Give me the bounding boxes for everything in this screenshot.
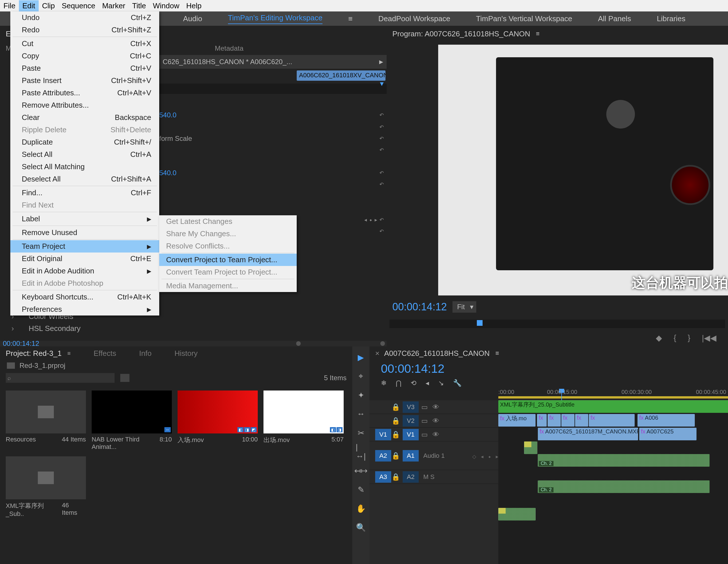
sync-lock-icon[interactable]: ▭ (419, 417, 430, 425)
menu-title[interactable]: Title (129, 0, 149, 11)
toggle-output-icon[interactable]: 👁 (430, 403, 442, 411)
timeline-clip[interactable] (498, 508, 536, 520)
menu-item[interactable]: Label▶ (10, 213, 159, 225)
timeline-tool[interactable]: 🔍 (356, 522, 366, 532)
program-scrubber[interactable] (389, 319, 725, 328)
project-tab[interactable]: Effects (94, 349, 116, 358)
menu-item[interactable]: Team Project▶ (10, 240, 159, 253)
submenu-item[interactable]: Share My Changes... (159, 228, 297, 240)
workspace-tab[interactable]: All Panels (598, 14, 631, 23)
undo-icon[interactable]: ↶ (379, 217, 384, 223)
project-item[interactable]: XML字幕序列_Sub..46 Items (6, 456, 86, 518)
timeline-tool[interactable]: ✦ (356, 390, 366, 400)
timeline-tool[interactable]: ⌖ (356, 371, 366, 381)
sync-lock-icon[interactable]: ▭ (419, 431, 430, 439)
lock-icon[interactable]: 🔒 (391, 452, 400, 460)
submenu-item[interactable]: Convert Project to Team Project... (159, 254, 297, 266)
menu-item[interactable]: DuplicateCtrl+Shift+/ (10, 136, 159, 148)
timeline-clip[interactable]: fx (589, 414, 635, 426)
effect-clip-header[interactable]: C626_161018HS_CANON * A006C620_...▶ (159, 55, 387, 69)
menu-clip[interactable]: Clip (39, 0, 58, 11)
timeline-clip[interactable]: Ch. 2 (538, 480, 710, 493)
lock-icon[interactable]: 🔒 (391, 473, 400, 481)
marker-button[interactable]: |◀◀ (702, 333, 717, 343)
menu-help[interactable]: Help (183, 0, 205, 11)
timeline-tool[interactable]: ↔ (356, 409, 366, 419)
submenu-item[interactable]: Get Latest Changes (159, 215, 297, 228)
sync-lock-icon[interactable]: ▭ (419, 403, 430, 411)
project-tab[interactable]: Info (139, 349, 151, 358)
timeline-tool-icon[interactable]: ◂ (426, 379, 429, 387)
menu-marker[interactable]: Marker (99, 0, 129, 11)
menu-item[interactable]: Preferences▶ (10, 303, 159, 315)
timeline-tool[interactable]: ▶ (356, 352, 366, 362)
submenu-item[interactable]: Media Management... (159, 280, 297, 292)
prop-value-1[interactable]: 540.0 (159, 111, 176, 119)
timeline-tool[interactable]: ✋ (356, 503, 366, 514)
toggle-output-icon[interactable]: 👁 (430, 431, 442, 439)
zoom-fit-dropdown[interactable]: Fit (452, 301, 476, 312)
timeline-clip[interactable]: fx (561, 414, 574, 426)
menu-item[interactable]: CutCtrl+X (10, 38, 159, 50)
submenu-item[interactable]: Resolve Conflicts... (159, 240, 297, 252)
project-item[interactable]: Resources44 Items (6, 390, 86, 451)
undo-icon[interactable]: ↶ (379, 170, 384, 176)
timeline-tool-icon[interactable]: ⋂ (396, 379, 402, 387)
timeline-clip[interactable] (524, 441, 537, 454)
panel-menu-icon[interactable]: ≡ (67, 350, 71, 357)
effect-clip-bar[interactable]: A006C620_161018XV_CANON. (297, 70, 385, 81)
submenu-item[interactable]: Convert Team Project to Project... (159, 266, 297, 278)
menu-item[interactable]: ClearBackspace (10, 111, 159, 124)
team-project-submenu[interactable]: Get Latest ChangesShare My Changes...Res… (159, 215, 297, 292)
close-icon[interactable]: × (375, 349, 379, 358)
work-area-bar[interactable] (498, 396, 728, 398)
timeline-clip[interactable]: fx (548, 414, 561, 426)
timeline-timecode[interactable]: 00:00:14:12 (381, 362, 444, 376)
undo-icon[interactable]: ↶ (379, 124, 384, 130)
menu-sequence[interactable]: Sequence (58, 0, 99, 11)
track-header[interactable]: 🔒V3▭👁 (369, 400, 498, 414)
timeline-tool[interactable]: |↔| (356, 447, 366, 457)
menu-item[interactable]: Edit in Adobe Photoshop (10, 277, 159, 289)
track-header[interactable]: A3🔒A2M S (369, 470, 498, 484)
menu-edit[interactable]: Edit (19, 0, 39, 11)
timeline-tool[interactable]: ✎ (356, 484, 366, 495)
timeline-tool-icon[interactable]: 🔧 (453, 379, 462, 387)
program-monitor-tab[interactable]: Program: A007C626_161018HS_CANON≡ (387, 26, 728, 42)
undo-icon[interactable]: ↶ (379, 147, 384, 153)
menu-file[interactable]: File (0, 0, 19, 11)
timeline-tool[interactable]: ↤↦ (356, 465, 366, 476)
workspace-tab[interactable]: TimPan's Editing Workspace (228, 13, 322, 24)
timeline-clip[interactable]: fx (537, 414, 547, 426)
track-header[interactable]: 🔒V2▭👁 (369, 414, 498, 428)
prop-value-2[interactable]: 540.0 (159, 169, 176, 177)
menu-window[interactable]: Window (149, 0, 183, 11)
filter-bin-icon[interactable] (120, 374, 129, 382)
marker-icon[interactable]: ▼ (379, 80, 385, 88)
timeline-clip[interactable]: XML字幕序列_25.0p_Subtitle (498, 400, 728, 413)
undo-icon[interactable]: ↶ (379, 135, 384, 142)
menu-item[interactable]: Deselect AllCtrl+Shift+A (10, 173, 159, 185)
metadata-label[interactable]: Metadata (215, 44, 387, 52)
lock-icon[interactable]: 🔒 (391, 403, 400, 411)
menu-item[interactable]: Edit in Adobe Audition▶ (10, 265, 159, 277)
lock-icon[interactable]: 🔒 (391, 417, 400, 425)
menu-item[interactable]: Ripple DeleteShift+Delete (10, 124, 159, 136)
menu-item[interactable]: RedoCtrl+Shift+Z (10, 24, 159, 36)
marker-button[interactable]: } (688, 333, 690, 342)
timeline-clip[interactable]: fxA007C625 (639, 428, 696, 440)
menu-item[interactable]: Paste Attributes...Ctrl+Alt+V (10, 87, 159, 99)
menu-item[interactable]: Paste InsertCtrl+Shift+V (10, 74, 159, 87)
project-item[interactable]: ↔NAB Lower Third Animat...8:10 (92, 390, 172, 451)
panel-menu-icon[interactable]: ≡ (495, 349, 499, 357)
menu-item[interactable]: UndoCtrl+Z (10, 11, 159, 24)
project-item[interactable]: ◧◨◩入场.mov10:00 (178, 390, 258, 451)
menu-item[interactable]: CopyCtrl+C (10, 50, 159, 62)
menu-item[interactable]: Find Next (10, 199, 159, 211)
timeline-ruler[interactable]: :00:0000:00:15:0000:00:30:0000:00:45:00 (498, 389, 728, 400)
project-item[interactable]: ◧◨出场.mov5:07 (263, 390, 344, 451)
timeline-tool[interactable]: ✂ (356, 428, 366, 438)
workspace-tab[interactable]: Libraries (657, 14, 686, 23)
undo-icon[interactable]: ↶ (379, 112, 384, 118)
effect-timecode[interactable]: 00:00:14:12 (3, 339, 39, 347)
